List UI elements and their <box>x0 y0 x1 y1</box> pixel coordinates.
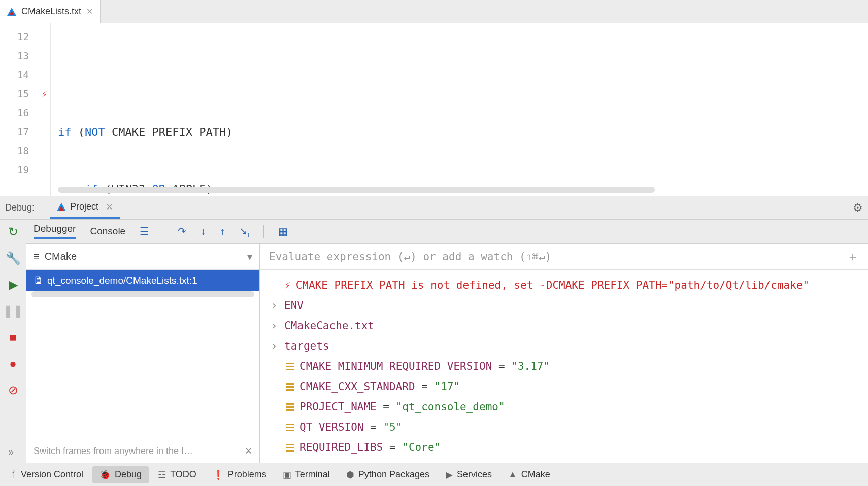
file-tab[interactable]: CMakeLists.txt ✕ <box>0 0 101 23</box>
tool-problems[interactable]: ❗ Problems <box>206 466 274 483</box>
bolt-icon: ⚡ <box>42 85 47 104</box>
step-out-icon[interactable]: ↑ <box>220 226 225 237</box>
frames-panel: ≡ CMake ▾ 🗎 qt_console_demo/CMakeLists.t… <box>26 244 260 463</box>
variable-icon <box>286 444 294 452</box>
packages-icon: ⬢ <box>346 469 354 480</box>
error-text: CMAKE_PREFIX_PATH is not defined, set -D… <box>296 275 809 295</box>
variable-row[interactable]: QT_VERSION = "5" <box>269 417 859 437</box>
warning-icon: ❗ <box>213 469 224 480</box>
run-to-cursor-icon[interactable]: ↘I <box>239 225 249 238</box>
line-number: 16 <box>0 103 50 123</box>
todo-icon: ☲ <box>158 469 166 480</box>
wrench-icon[interactable]: 🔧 <box>6 251 21 265</box>
more-icon[interactable]: » <box>8 446 14 458</box>
bolt-icon: ⚡ <box>284 275 291 295</box>
pause-icon[interactable]: ❚❚ <box>3 304 23 318</box>
chevron-down-icon: ▾ <box>247 251 252 263</box>
line-number: 17 <box>0 123 50 142</box>
cmake-icon <box>7 8 16 16</box>
bug-icon: 🐞 <box>99 469 111 480</box>
watch-tree[interactable]: ⚡ CMAKE_PREFIX_PATH is not defined, set … <box>260 270 868 463</box>
tree-node[interactable]: › ENV <box>269 295 859 316</box>
variable-row[interactable]: PROJECT_NAME = "qt_console_demo" <box>269 397 859 417</box>
gear-icon[interactable]: ⚙ <box>853 201 863 215</box>
variable-row[interactable]: CMAKE_MINIMUM_REQUIRED_VERSION = "3.17" <box>269 356 859 376</box>
variable-row[interactable]: REQUIRED_LIBS = "Core" <box>269 437 859 458</box>
variable-icon <box>286 363 294 370</box>
variable-icon <box>286 383 294 391</box>
code-area[interactable]: if (NOT CMAKE_PREFIX_PATH) if (WIN32 OR … <box>51 23 868 196</box>
tool-cmake[interactable]: ▲ CMake <box>501 466 557 483</box>
line-number: 18 <box>0 142 50 161</box>
cmake-icon <box>57 203 66 211</box>
frames-hint: Switch frames from anywhere in the I… ✕ <box>26 441 259 463</box>
tab-debugger[interactable]: Debugger <box>34 223 76 239</box>
tab-filename: CMakeLists.txt <box>21 6 81 17</box>
tab-close-icon[interactable]: ✕ <box>86 7 93 16</box>
variable-icon <box>286 403 294 411</box>
editor[interactable]: 12 13 14 15⚡ 16 17 18 19 if (NOT CMAKE_P… <box>0 23 868 196</box>
frame-label: qt_console_demo/CMakeLists.txt:1 <box>47 275 197 286</box>
tool-debug[interactable]: 🐞 Debug <box>92 466 149 483</box>
close-icon[interactable]: ✕ <box>245 445 252 457</box>
debug-side-toolbar: ↻ 🔧 ▶ ❚❚ ■ ● ⊘ » <box>0 220 26 463</box>
debug-split: ≡ CMake ▾ 🗎 qt_console_demo/CMakeLists.t… <box>26 244 868 463</box>
debug-session-name: Project <box>70 201 98 212</box>
stop-icon[interactable]: ■ <box>9 330 17 344</box>
line-number: 15⚡ <box>0 85 50 104</box>
chevron-right-icon: › <box>269 316 279 336</box>
chevron-right-icon: › <box>269 295 279 316</box>
tool-terminal[interactable]: ▣ Terminal <box>276 466 337 483</box>
tree-node[interactable]: › targets <box>269 336 859 356</box>
tab-console[interactable]: Console <box>90 226 125 237</box>
stack-icon: 🗎 <box>34 275 43 286</box>
breakpoints-icon[interactable]: ● <box>9 357 17 371</box>
gutter: 12 13 14 15⚡ 16 17 18 19 <box>0 23 51 196</box>
bottom-toolbar: ᚶ Version Control 🐞 Debug ☲ TODO ❗ Probl… <box>0 463 868 486</box>
line-number: 14 <box>0 65 50 85</box>
chevron-right-icon: › <box>269 336 279 356</box>
tool-todo[interactable]: ☲ TODO <box>151 466 204 483</box>
branch-icon: ᚶ <box>11 469 17 480</box>
frames-selector-label: CMake <box>45 251 77 262</box>
play-icon: ▶ <box>446 469 453 480</box>
tool-services[interactable]: ▶ Services <box>439 466 499 483</box>
editor-scrollbar[interactable] <box>58 187 655 193</box>
frames-scrollbar[interactable] <box>31 291 254 297</box>
evaluate-placeholder: Evaluate expression (↵) or add a watch (… <box>269 251 551 263</box>
debug-main: Debugger Console ☰ ↷ ↓ ↑ ↘I ▦ ≡ CMake ▾ … <box>26 220 868 463</box>
debug-session-tab[interactable]: Project ✕ <box>50 196 120 219</box>
debug-panel-header: Debug: Project ✕ ⚙ <box>0 196 868 219</box>
list-icon: ≡ <box>34 251 40 262</box>
close-icon[interactable]: ✕ <box>106 201 113 213</box>
variable-icon <box>286 424 294 431</box>
line-number: 13 <box>0 47 50 66</box>
cmake-tri-icon: ▲ <box>508 469 517 480</box>
evaluate-icon[interactable]: ▦ <box>278 225 288 237</box>
watches-panel: Evaluate expression (↵) or add a watch (… <box>260 244 868 463</box>
rerun-icon[interactable]: ↻ <box>8 225 18 239</box>
tool-version-control[interactable]: ᚶ Version Control <box>4 466 90 483</box>
debug-body: ↻ 🔧 ▶ ❚❚ ■ ● ⊘ » Debugger Console ☰ ↷ ↓ … <box>0 219 868 463</box>
threads-icon[interactable]: ☰ <box>140 225 149 237</box>
line-number: 19 <box>0 161 50 180</box>
evaluate-input[interactable]: Evaluate expression (↵) or add a watch (… <box>260 244 868 270</box>
debug-label: Debug: <box>5 202 35 213</box>
add-watch-icon[interactable]: ＋ <box>847 249 859 265</box>
frame-row[interactable]: 🗎 qt_console_demo/CMakeLists.txt:1 <box>26 270 259 291</box>
resume-icon[interactable]: ▶ <box>9 277 18 292</box>
mute-breakpoints-icon[interactable]: ⊘ <box>8 383 18 397</box>
frames-selector[interactable]: ≡ CMake ▾ <box>26 244 259 270</box>
terminal-icon: ▣ <box>283 469 291 480</box>
variable-row[interactable]: CMAKE_CXX_STANDARD = "17" <box>269 376 859 397</box>
step-over-icon[interactable]: ↷ <box>178 225 186 237</box>
step-into-icon[interactable]: ↓ <box>201 226 206 237</box>
line-number: 12 <box>0 27 50 47</box>
debug-toolbar: Debugger Console ☰ ↷ ↓ ↑ ↘I ▦ <box>26 220 868 244</box>
editor-tabs: CMakeLists.txt ✕ <box>0 0 868 23</box>
tree-node[interactable]: › CMakeCache.txt <box>269 316 859 336</box>
tool-python-packages[interactable]: ⬢ Python Packages <box>339 466 437 483</box>
error-row: ⚡ CMAKE_PREFIX_PATH is not defined, set … <box>269 275 859 295</box>
